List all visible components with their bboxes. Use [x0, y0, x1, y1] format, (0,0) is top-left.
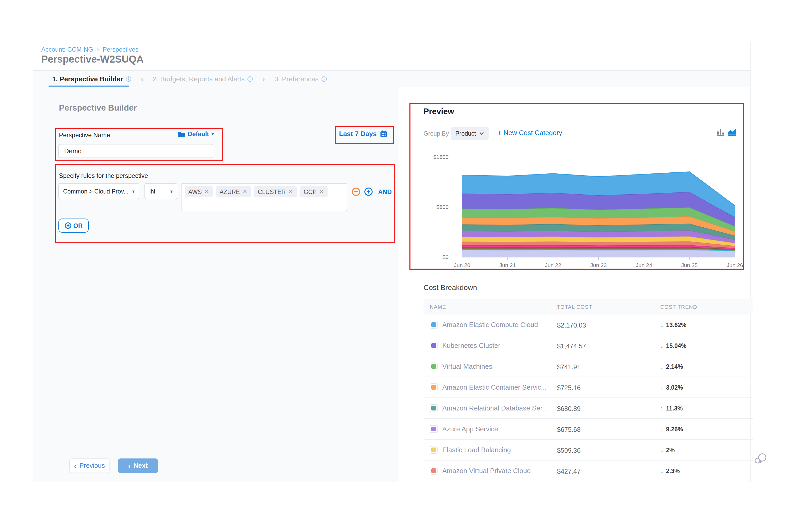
folder-icon [178, 131, 185, 137]
folder-select-label: Default [188, 130, 209, 138]
cost-breakdown-row[interactable]: Azure App Service $675.68 ↓ 9.26% [423, 419, 753, 440]
cost-breakdown-row[interactable]: Virtual Machines $741.91 ↓ 2.14% [423, 356, 753, 377]
rule-actions: AND [352, 187, 392, 196]
cost-preview-chart: $0$800$1600Jun 20Jun 21Jun 22Jun 23Jun 2… [422, 150, 747, 273]
rule-operator-value: IN [149, 188, 155, 194]
area-chart-icon[interactable] [727, 128, 737, 136]
rule-value-chip: GCP ✕ [300, 186, 327, 197]
series-color-swatch [430, 404, 438, 412]
chevron-down-icon [479, 132, 484, 135]
remove-value-icon[interactable]: ✕ [205, 188, 209, 195]
rule-field-select[interactable]: Common > Cloud Prov... ▾ [58, 183, 139, 199]
remove-value-icon[interactable]: ✕ [288, 188, 293, 195]
rule-value-chip: CLUSTER ✕ [254, 186, 297, 197]
group-by-select[interactable]: Product [451, 127, 489, 140]
date-range-picker[interactable]: Last 7 Days [339, 130, 388, 138]
series-color-swatch [430, 446, 438, 454]
series-color-swatch [430, 383, 438, 391]
trend-arrow-icon: ↓ [660, 363, 663, 370]
svg-text:Jun 25: Jun 25 [681, 262, 698, 268]
svg-text:$0: $0 [442, 254, 449, 260]
trend-arrow-icon: ↓ [660, 425, 663, 433]
rule-value-chip: AZURE ✕ [216, 186, 251, 197]
cost-breakdown-table: NAME TOTAL COST COST TREND Amazon Elasti… [423, 299, 753, 481]
column-header-cost-trend: COST TREND [660, 304, 753, 310]
trend-arrow-icon: ↑ [660, 404, 663, 412]
svg-text:$800: $800 [436, 204, 449, 210]
tab-separator-chevron-icon: › [262, 75, 265, 83]
add-or-rule-button[interactable]: OR [58, 218, 89, 233]
trend-arrow-icon: ↓ [660, 467, 663, 474]
page-title: Perspective-W2SUQA [41, 54, 144, 65]
series-color-swatch [430, 321, 438, 328]
series-color-swatch [430, 342, 438, 349]
chevron-left-icon: ‹ [74, 462, 76, 470]
support-chat-icon[interactable] [755, 453, 767, 467]
cost-breakdown-row[interactable]: Elastic Load Balancing $509.36 ↓ 2% [423, 440, 753, 460]
tab-1[interactable]: 1. Perspective Builder [52, 75, 131, 83]
bar-chart-icon[interactable] [717, 128, 724, 136]
cost-breakdown-header: NAME TOTAL COST COST TREND [423, 299, 753, 315]
column-header-total-cost: TOTAL COST [557, 304, 660, 310]
breadcrumb-perspectives-link[interactable]: Perspectives [102, 46, 138, 53]
cost-breakdown-row[interactable]: Amazon Elastic Compute Cloud $2,170.03 ↓… [423, 315, 753, 335]
tab-2[interactable]: 2. Budgets, Reports and Alerts [153, 75, 253, 83]
series-color-swatch [430, 467, 438, 475]
svg-text:Jun 23: Jun 23 [590, 262, 607, 268]
cost-breakdown-heading: Cost Breakdown [423, 283, 477, 291]
perspective-builder-page: Account: CCM-NG › Perspectives Perspecti… [0, 0, 798, 532]
plus-circle-icon [64, 222, 71, 229]
rule-field-value: Common > Cloud Prov... [63, 188, 129, 194]
perspective-name-label: Perspective Name [59, 131, 110, 139]
cost-breakdown-row[interactable]: Amazon Relational Database Ser... $680.8… [423, 398, 753, 419]
chevron-right-icon: › [128, 462, 131, 470]
and-operator-label[interactable]: AND [378, 188, 392, 195]
date-range-label: Last 7 Days [339, 130, 377, 138]
cost-breakdown-row[interactable]: Kubernetes Cluster $1,474.57 ↓ 15.04% [423, 335, 753, 356]
calendar-icon [380, 130, 388, 138]
add-rule-button[interactable] [364, 187, 373, 196]
or-button-label: OR [73, 222, 83, 229]
rules-section-label: Specify rules for the perspective [59, 172, 148, 179]
folder-select[interactable]: Default ▾ [178, 130, 214, 138]
svg-text:Jun 20: Jun 20 [454, 262, 470, 268]
next-button-label: Next [134, 462, 148, 470]
svg-text:Jun 24: Jun 24 [636, 262, 652, 268]
breadcrumb-account-link[interactable]: Account: CCM-NG [41, 46, 93, 53]
wizard-tabs: 1. Perspective Builder › 2. Budgets, Rep… [52, 71, 327, 87]
group-by-label: Group By [423, 130, 449, 137]
breadcrumb-separator-icon: › [97, 45, 99, 53]
info-icon [247, 76, 253, 82]
svg-text:Jun 21: Jun 21 [499, 262, 516, 268]
tab-separator-chevron-icon: › [141, 75, 144, 83]
previous-button-label: Previous [79, 462, 105, 470]
chevron-down-icon: ▾ [211, 131, 214, 137]
previous-button[interactable]: ‹ Previous [69, 458, 110, 473]
remove-rule-button[interactable] [352, 187, 360, 196]
new-cost-category-button[interactable]: + New Cost Category [498, 129, 562, 137]
info-icon [321, 76, 327, 82]
next-button[interactable]: › Next [118, 458, 158, 473]
trend-arrow-icon: ↓ [660, 342, 663, 349]
chart-type-toggle [717, 128, 737, 136]
column-header-name: NAME [423, 304, 557, 310]
preview-heading: Preview [423, 107, 454, 116]
perspective-name-input[interactable] [58, 144, 213, 158]
breadcrumb: Account: CCM-NG › Perspectives [41, 45, 138, 53]
series-color-swatch [430, 425, 438, 433]
builder-heading: Perspective Builder [59, 103, 137, 113]
tab-3[interactable]: 3. Preferences [274, 75, 327, 83]
trend-arrow-icon: ↓ [660, 446, 663, 454]
cost-breakdown-row[interactable]: Amazon Virtual Private Cloud $427.47 ↓ 2… [423, 460, 753, 481]
chevron-down-icon: ▾ [132, 189, 135, 194]
rule-values-input[interactable]: AWS ✕ AZURE ✕ CLUSTER ✕ GCP ✕ [181, 183, 347, 211]
trend-arrow-icon: ↓ [660, 384, 663, 391]
chevron-down-icon: ▾ [170, 189, 173, 194]
info-icon [126, 76, 131, 82]
rule-operator-select[interactable]: IN ▾ [145, 183, 177, 199]
svg-text:$1600: $1600 [433, 154, 449, 160]
cost-breakdown-row[interactable]: Amazon Elastic Container Servic... $725.… [423, 377, 753, 398]
svg-text:Jun 22: Jun 22 [545, 262, 561, 268]
remove-value-icon[interactable]: ✕ [319, 188, 324, 195]
remove-value-icon[interactable]: ✕ [243, 188, 247, 195]
